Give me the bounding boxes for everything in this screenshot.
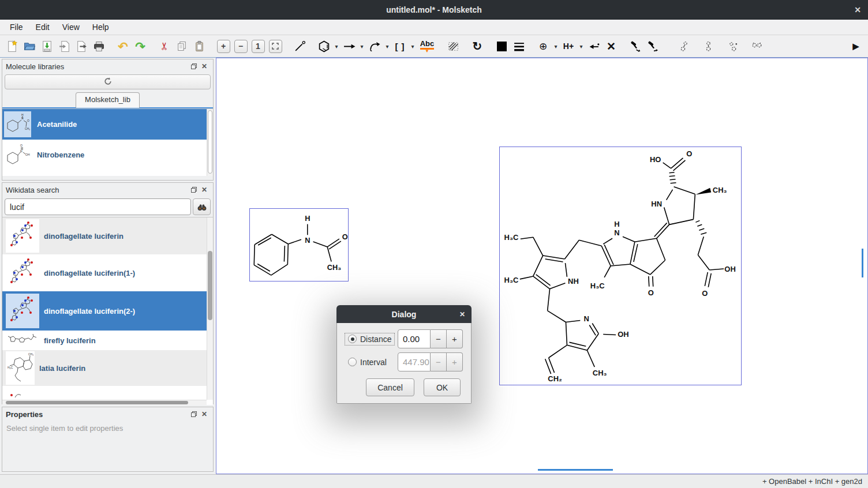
- wikidata-search-button[interactable]: [193, 198, 211, 215]
- charge-tool-dropdown[interactable]: ▾: [552, 37, 560, 55]
- interval-decrement-button[interactable]: −: [431, 352, 447, 371]
- curved-arrow-tool[interactable]: [366, 37, 383, 55]
- cut-button[interactable]: ✂: [156, 37, 173, 55]
- interval-radio[interactable]: Interval: [345, 356, 390, 368]
- panel-close-button[interactable]: ✕: [199, 186, 209, 194]
- ring-tool-dropdown[interactable]: ▾: [332, 37, 341, 55]
- line-width-button[interactable]: [511, 37, 527, 55]
- wikidata-horizontal-scrollbar[interactable]: [2, 400, 207, 405]
- dialog-titlebar[interactable]: Dialog ✕: [336, 305, 472, 323]
- refresh-libraries-button[interactable]: [5, 74, 211, 89]
- panel-float-button[interactable]: [189, 186, 199, 193]
- menu-help[interactable]: Help: [86, 21, 115, 33]
- distance-decrement-button[interactable]: −: [431, 329, 447, 348]
- open-file-button[interactable]: [21, 37, 38, 55]
- copy-button[interactable]: [174, 37, 190, 55]
- curved-arrow-dropdown[interactable]: ▾: [383, 37, 391, 55]
- molecule-tool-2[interactable]: [700, 37, 716, 55]
- result-dinoflagellate-luciferin-1[interactable]: dinoflagellate luciferin(1-): [2, 254, 213, 291]
- ring-tool[interactable]: [316, 37, 332, 55]
- text-tool[interactable]: Abc▼: [417, 37, 437, 55]
- rotate-tool[interactable]: ↻: [469, 37, 485, 55]
- reaction-arrow-dropdown[interactable]: ▾: [358, 37, 366, 55]
- cancel-button[interactable]: Cancel: [366, 378, 414, 396]
- result-dinoflagellate-luciferin[interactable]: dinoflagellate luciferin: [2, 217, 213, 254]
- dialog-close-button[interactable]: ✕: [459, 310, 465, 318]
- delete-tool[interactable]: ✕: [603, 37, 619, 55]
- molecule-tool-1[interactable]: [676, 37, 692, 55]
- menu-view[interactable]: View: [56, 21, 86, 33]
- wikidata-search-row: [2, 197, 213, 217]
- window-close-button[interactable]: ✕: [854, 0, 861, 20]
- result-item-partial[interactable]: [2, 386, 213, 400]
- library-item-nitrobenzene[interactable]: NOOH Nitrobenzene: [2, 140, 213, 170]
- result-firefly-luciferin[interactable]: firefly luciferin: [2, 331, 213, 350]
- draw-bond-tool[interactable]: [291, 37, 308, 55]
- bracket-tool-dropdown[interactable]: ▾: [409, 37, 417, 55]
- refresh-icon: [103, 77, 113, 86]
- scrollbar-thumb[interactable]: [208, 251, 212, 320]
- scrollbar-thumb[interactable]: [208, 110, 212, 174]
- tab-molsketch-lib[interactable]: Molsketch_lib: [76, 92, 140, 108]
- color-swatch-button[interactable]: [493, 37, 510, 55]
- distance-radio-circle[interactable]: [348, 335, 357, 343]
- ok-button[interactable]: OK: [424, 378, 461, 396]
- molecule-tool-4[interactable]: [749, 37, 765, 55]
- canvas-horizontal-scroll-indicator[interactable]: [538, 469, 613, 471]
- svg-text:O: O: [702, 289, 708, 298]
- distance-value[interactable]: 0.00: [398, 329, 431, 348]
- hydrogen-tool-dropdown[interactable]: ▾: [577, 37, 585, 55]
- result-label: dinoflagellate luciferin: [44, 232, 124, 241]
- panel-close-button[interactable]: ✕: [199, 62, 209, 70]
- svg-text:O: O: [342, 232, 348, 241]
- scrollbar-thumb[interactable]: [6, 401, 188, 404]
- charge-icon: ⊕: [539, 42, 547, 51]
- import-button[interactable]: [73, 37, 89, 55]
- distance-increment-button[interactable]: +: [447, 329, 463, 348]
- zoom-out-button[interactable]: −: [233, 37, 249, 55]
- interval-increment-button[interactable]: +: [447, 352, 463, 371]
- wikidata-vertical-scrollbar[interactable]: [207, 217, 213, 400]
- menu-file[interactable]: File: [3, 21, 29, 33]
- panel-float-button[interactable]: [189, 63, 199, 70]
- redo-button[interactable]: ↷: [132, 37, 148, 55]
- library-item-acetanilide[interactable]: NHOCH₃ Acetanilide: [2, 109, 213, 140]
- library-vertical-scrollbar[interactable]: [207, 109, 213, 176]
- print-button[interactable]: [91, 37, 107, 55]
- panel-close-button[interactable]: ✕: [199, 410, 209, 418]
- reaction-arrow-tool[interactable]: [341, 37, 357, 55]
- export-button[interactable]: [56, 37, 72, 55]
- zoom-in-button[interactable]: +: [215, 37, 231, 55]
- mechanism-tool-1[interactable]: [627, 37, 643, 55]
- charge-tool[interactable]: ⊕: [535, 37, 551, 55]
- zoom-fit-button[interactable]: [267, 37, 283, 55]
- wikidata-search-input[interactable]: [5, 198, 191, 215]
- interval-radio-circle[interactable]: [348, 358, 357, 366]
- wikidata-results-list: dinoflagellate luciferin dinoflagellate …: [2, 217, 213, 405]
- zoom-original-button[interactable]: 1: [250, 37, 266, 55]
- mechanism-tool-2[interactable]: [645, 37, 661, 55]
- interval-value[interactable]: 447.90: [398, 352, 431, 371]
- save-button[interactable]: [39, 37, 55, 55]
- distance-radio[interactable]: Distance: [345, 333, 394, 345]
- float-icon: [190, 411, 197, 418]
- new-document-button[interactable]: [4, 37, 20, 55]
- hydrogen-tool[interactable]: H+: [560, 37, 577, 55]
- luciferin-molecule[interactable]: HO O CH₃ HN H N H₃C H₃C NH H₃C O OH O N …: [499, 147, 742, 385]
- result-dinoflagellate-luciferin-2[interactable]: dinoflagellate luciferin(2-): [2, 291, 213, 331]
- undo-button[interactable]: ↶: [115, 37, 131, 55]
- paste-button[interactable]: [191, 37, 207, 55]
- selection-hatch-tool[interactable]: [445, 37, 461, 55]
- properties-panel: Properties ✕ Select single item to edit …: [2, 407, 214, 472]
- bracket-tool[interactable]: [ ]: [392, 37, 408, 55]
- panel-float-button[interactable]: [189, 411, 199, 418]
- molecule-tool-3[interactable]: [724, 37, 740, 55]
- lone-pair-tool[interactable]: [586, 37, 602, 55]
- drawing-canvas[interactable]: H N O CH₃: [216, 58, 868, 474]
- canvas-vertical-scroll-indicator[interactable]: [862, 249, 863, 277]
- acetanilide-molecule[interactable]: H N O CH₃: [249, 208, 349, 281]
- result-latia-luciferin[interactable]: CH₃H₃C latia luciferin: [2, 350, 213, 386]
- toolbar-overflow-button[interactable]: ▶: [848, 37, 864, 55]
- dialog-window: Dialog ✕ Distance 0.00 − +: [336, 305, 472, 404]
- menu-edit[interactable]: Edit: [29, 21, 56, 33]
